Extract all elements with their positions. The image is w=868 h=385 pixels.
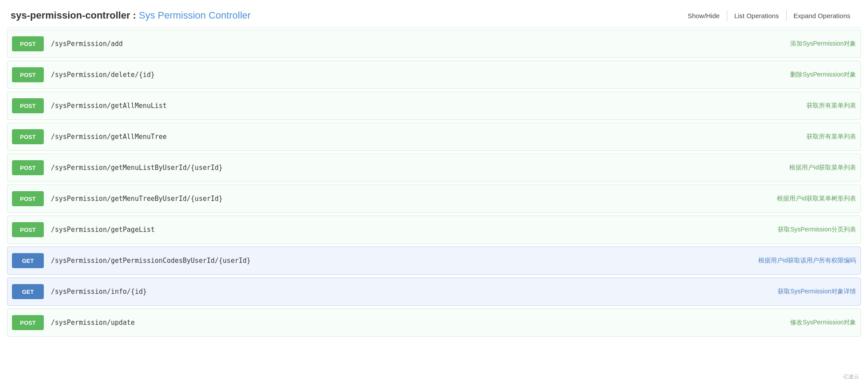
- list-operations-button[interactable]: List Operations: [727, 10, 786, 21]
- show-hide-button[interactable]: Show/Hide: [680, 10, 727, 21]
- operation-row[interactable]: POST/sysPermission/getAllMenuList获取所有菜单列…: [7, 92, 861, 120]
- title-separator: :: [130, 10, 139, 21]
- operation-description: 删除SysPermission对象: [741, 71, 856, 79]
- operation-path: /sysPermission/add: [51, 40, 741, 48]
- operation-description: 修改SysPermission对象: [741, 319, 856, 327]
- controller-title: sys-permission-controller : Sys Permissi…: [11, 10, 251, 21]
- operation-row[interactable]: POST/sysPermission/delete/{id}删除SysPermi…: [7, 61, 861, 89]
- header-actions: Show/Hide List Operations Expand Operati…: [680, 10, 857, 21]
- controller-name: sys-permission-controller: [11, 10, 130, 21]
- method-badge-post: POST: [12, 222, 44, 237]
- operation-description: 获取所有菜单列表: [741, 133, 856, 141]
- operation-path: /sysPermission/info/{id}: [51, 288, 741, 296]
- method-badge-post: POST: [12, 191, 44, 206]
- operation-row[interactable]: POST/sysPermission/update修改SysPermission…: [7, 308, 861, 337]
- operation-path: /sysPermission/getAllMenuTree: [51, 133, 741, 141]
- operations-list: POST/sysPermission/add添加SysPermission对象P…: [7, 30, 861, 337]
- method-badge-post: POST: [12, 98, 44, 113]
- operation-description: 根据用户id获取菜单树形列表: [741, 195, 856, 203]
- method-badge-post: POST: [12, 315, 44, 330]
- operation-row[interactable]: POST/sysPermission/add添加SysPermission对象: [7, 30, 861, 58]
- operation-row[interactable]: POST/sysPermission/getAllMenuTree获取所有菜单列…: [7, 123, 861, 151]
- operation-row[interactable]: POST/sysPermission/getMenuTreeByUserId/{…: [7, 185, 861, 213]
- controller-container: sys-permission-controller : Sys Permissi…: [0, 4, 868, 337]
- operation-description: 根据用户id获取菜单列表: [741, 164, 856, 172]
- method-badge-post: POST: [12, 129, 44, 144]
- operation-path: /sysPermission/getPermissionCodesByUserI…: [51, 257, 741, 265]
- method-badge-post: POST: [12, 36, 44, 51]
- operation-path: /sysPermission/delete/{id}: [51, 71, 741, 79]
- expand-operations-button[interactable]: Expand Operations: [786, 10, 857, 21]
- operation-path: /sysPermission/getMenuListByUserId/{user…: [51, 164, 741, 172]
- footer-brand: 亿速云: [843, 373, 859, 381]
- operation-path: /sysPermission/getMenuTreeByUserId/{user…: [51, 195, 741, 203]
- controller-header: sys-permission-controller : Sys Permissi…: [7, 4, 861, 28]
- controller-subtitle: Sys Permission Controller: [139, 10, 251, 21]
- method-badge-get: GET: [12, 253, 44, 268]
- method-badge-get: GET: [12, 284, 44, 299]
- operation-path: /sysPermission/getPageList: [51, 226, 741, 234]
- operation-row[interactable]: POST/sysPermission/getMenuListByUserId/{…: [7, 154, 861, 182]
- operation-description: 获取SysPermission对象详情: [741, 288, 856, 296]
- method-badge-post: POST: [12, 160, 44, 175]
- operation-row[interactable]: GET/sysPermission/info/{id}获取SysPermissi…: [7, 277, 861, 306]
- operation-description: 获取SysPermission分页列表: [741, 226, 856, 234]
- operation-description: 根据用户id获取该用户所有权限编码: [741, 257, 856, 265]
- operation-path: /sysPermission/update: [51, 319, 741, 327]
- operation-row[interactable]: GET/sysPermission/getPermissionCodesByUs…: [7, 246, 861, 275]
- method-badge-post: POST: [12, 67, 44, 82]
- operation-description: 添加SysPermission对象: [741, 40, 856, 48]
- operation-path: /sysPermission/getAllMenuList: [51, 102, 741, 110]
- operation-row[interactable]: POST/sysPermission/getPageList获取SysPermi…: [7, 216, 861, 244]
- operation-description: 获取所有菜单列表: [741, 102, 856, 110]
